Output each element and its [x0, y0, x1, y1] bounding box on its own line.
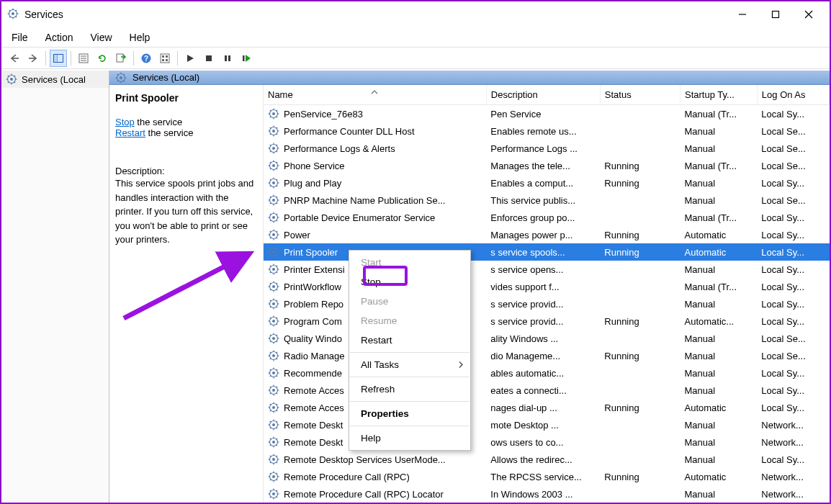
- col-name-label: Name: [268, 89, 293, 100]
- table-row[interactable]: Performance Counter DLL HostEnables remo…: [264, 122, 830, 140]
- start-service-button[interactable]: [181, 50, 199, 67]
- service-gear-icon: [268, 229, 279, 240]
- cell-startup: Automatic: [680, 243, 758, 261]
- minimize-button[interactable]: [726, 3, 759, 26]
- cell-logon: Local Se...: [757, 140, 829, 157]
- tree-root-services[interactable]: Services (Local: [1, 71, 109, 88]
- close-button[interactable]: [792, 3, 825, 26]
- properties-button-icon[interactable]: [75, 50, 92, 67]
- service-gear-icon: [268, 436, 279, 448]
- cell-logon: Local Sy...: [757, 399, 829, 416]
- cell-status: [600, 140, 680, 157]
- cell-desc: In Windows 2003 ...: [486, 485, 600, 503]
- table-row[interactable]: Portable Device Enumerator ServiceEnforc…: [264, 209, 830, 226]
- cell-desc: ows users to co...: [486, 433, 600, 451]
- cell-status: [600, 192, 680, 209]
- stop-service-button[interactable]: [200, 50, 217, 67]
- table-row[interactable]: PNRP Machine Name Publication Se...This …: [264, 192, 830, 209]
- cell-logon: Local Sy...: [757, 226, 829, 243]
- menu-help[interactable]: Help: [121, 29, 159, 46]
- cell-startup: Manual: [680, 382, 758, 399]
- ctx-start: Start: [349, 253, 470, 272]
- cell-logon: Local Sy...: [757, 295, 829, 312]
- menu-action[interactable]: Action: [37, 29, 82, 46]
- cell-name: Plug and Play: [264, 174, 486, 192]
- table-row[interactable]: Performance Logs & AlertsPerformance Log…: [264, 140, 830, 157]
- refresh-button[interactable]: [94, 50, 111, 67]
- cell-logon: Local Se...: [757, 122, 829, 140]
- cell-name: Remote Procedure Call (RPC): [264, 468, 486, 485]
- preview-stop-link-row: Stop the service: [115, 117, 257, 127]
- cell-logon: Local Se...: [757, 157, 829, 174]
- back-button[interactable]: [6, 50, 23, 67]
- help-button[interactable]: ?: [138, 50, 155, 67]
- svg-rect-30: [166, 59, 168, 61]
- ctx-help[interactable]: Help: [349, 428, 470, 448]
- table-row[interactable]: Plug and PlayEnables a comput...RunningM…: [264, 174, 830, 192]
- pause-service-button[interactable]: [219, 50, 236, 67]
- cell-status: [600, 209, 680, 226]
- ctx-properties[interactable]: Properties: [349, 404, 470, 423]
- service-gear-icon: [268, 212, 279, 223]
- ctx-stop[interactable]: Stop: [349, 272, 470, 292]
- cell-desc: Manages power p...: [486, 226, 600, 243]
- cell-name-text: Remote Acces: [284, 385, 344, 396]
- ctx-sep-1: [350, 352, 470, 353]
- cell-name-text: Remote Procedure Call (RPC) Locator: [284, 489, 444, 500]
- cell-status: [600, 433, 680, 451]
- cell-logon: Network...: [757, 468, 829, 485]
- preview-restart-link[interactable]: Restart: [115, 127, 145, 138]
- ctx-restart[interactable]: Restart: [349, 330, 470, 350]
- cell-name-text: Portable Device Enumerator Service: [284, 212, 435, 223]
- cell-desc: Manages the tele...: [486, 157, 600, 174]
- table-row[interactable]: Remote Desktop Services UserMode...Allow…: [264, 451, 830, 468]
- cell-logon: Local Sy...: [757, 261, 829, 278]
- cell-name-text: Printer Extensi: [284, 264, 345, 275]
- cell-status: [600, 261, 680, 278]
- cell-name-text: Remote Deskt: [284, 437, 343, 448]
- cell-logon: Network...: [757, 485, 829, 503]
- menu-view[interactable]: View: [81, 29, 120, 46]
- col-status[interactable]: Status: [600, 85, 680, 105]
- cell-logon: Network...: [757, 433, 829, 451]
- ctx-all-tasks[interactable]: All Tasks: [349, 355, 470, 374]
- menu-file[interactable]: File: [3, 29, 37, 46]
- cell-desc: Allows the redirec...: [486, 451, 600, 468]
- col-name[interactable]: Name: [264, 85, 486, 105]
- cell-desc: eates a connecti...: [486, 382, 600, 399]
- restart-service-button[interactable]: [238, 50, 255, 67]
- table-row[interactable]: Phone ServiceManages the tele...RunningM…: [264, 157, 830, 174]
- show-hide-tree-button[interactable]: [50, 50, 67, 67]
- service-gear-icon: [268, 367, 279, 379]
- cell-name-text: Program Com: [284, 316, 342, 327]
- list-header-label: Services (Local): [132, 72, 199, 83]
- col-startup[interactable]: Startup Ty...: [680, 85, 758, 105]
- sort-asc-icon: [371, 86, 378, 96]
- ctx-refresh[interactable]: Refresh: [349, 379, 470, 399]
- context-menu: Start Stop Pause Resume Restart All Task…: [349, 250, 471, 451]
- toolbar: ?: [1, 48, 830, 69]
- cell-desc: dio Manageme...: [486, 347, 600, 364]
- large-icons-button[interactable]: [156, 50, 174, 67]
- cell-startup: Manual: [680, 122, 758, 140]
- cell-name-text: Remote Procedure Call (RPC): [284, 472, 410, 482]
- cell-desc: s service spools...: [486, 243, 600, 261]
- table-row[interactable]: PenService_76e83Pen ServiceManual (Tr...…: [264, 105, 830, 123]
- table-row[interactable]: Remote Procedure Call (RPC)The RPCSS ser…: [264, 468, 830, 485]
- preview-stop-link[interactable]: Stop: [115, 117, 135, 127]
- window-title: Services: [24, 9, 63, 20]
- cell-startup: Automatic: [680, 399, 758, 416]
- col-logon[interactable]: Log On As: [757, 85, 829, 105]
- cell-name: PNRP Machine Name Publication Se...: [264, 192, 486, 209]
- export-button[interactable]: [112, 50, 130, 67]
- table-row[interactable]: PowerManages power p...RunningAutomaticL…: [264, 226, 830, 243]
- maximize-button[interactable]: [759, 3, 792, 26]
- table-row[interactable]: Remote Procedure Call (RPC) LocatorIn Wi…: [264, 485, 830, 503]
- service-gear-icon: [268, 281, 279, 292]
- cell-status: [600, 330, 680, 347]
- col-description[interactable]: Description: [486, 85, 600, 105]
- service-gear-icon: [268, 246, 279, 258]
- svg-rect-34: [243, 55, 245, 61]
- forward-button[interactable]: [24, 50, 42, 67]
- svg-rect-31: [206, 55, 212, 61]
